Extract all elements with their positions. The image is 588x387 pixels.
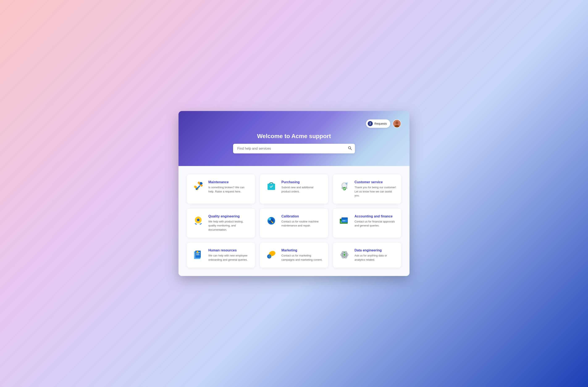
card-quality-engineering[interactable]: Quality engineering We help with product… [187,209,255,238]
accounting-finance-content: Accounting and finance Contact us for fi… [355,214,396,228]
maintenance-title: Maintenance [208,180,250,184]
search-input[interactable] [233,144,355,153]
marketing-title: Marketing [281,248,323,252]
maintenance-desc: Is something broken? We can help. Raise … [208,185,250,194]
requests-badge: 2 [368,121,373,126]
card-human-resources[interactable]: Human resources We can help with new emp… [187,243,255,267]
svg-point-1 [396,121,398,124]
svg-point-20 [197,219,200,221]
calibration-desc: Contact us for routine machine maintenan… [281,220,323,228]
svg-rect-37 [342,220,345,221]
svg-point-27 [268,220,269,220]
avatar[interactable] [393,120,401,128]
human-resources-content: Human resources We can help with new emp… [208,248,250,262]
page-title: Welcome to Acme support [257,133,331,140]
cards-grid: Maintenance Is something broken? We can … [187,174,401,267]
data-engineering-content: Data engineering Ask us for anything dat… [355,248,396,262]
calibration-content: Calibration Contact us for routine machi… [281,214,323,228]
svg-point-59 [343,254,345,256]
marketing-content: Marketing Contact us for marketing campa… [281,248,323,262]
quality-engineering-icon [192,214,205,227]
card-data-engineering[interactable]: Data engineering Ask us for anything dat… [333,243,401,267]
card-purchasing[interactable]: Purchasing Submit new and additional pro… [260,174,328,204]
data-engineering-desc: Ask us for anything data or analytics re… [355,254,396,262]
purchasing-desc: Submit new and additional product orders… [281,185,323,194]
marketing-icon [265,248,278,261]
header: 2 Requests Welcome to Acme support [178,111,410,166]
card-accounting-finance[interactable]: Accounting and finance Contact us for fi… [333,209,401,238]
card-calibration[interactable]: Calibration Contact us for routine machi… [260,209,328,238]
accounting-finance-title: Accounting and finance [355,214,396,218]
maintenance-content: Maintenance Is something broken? We can … [208,180,250,194]
requests-button[interactable]: 2 Requests [366,120,390,128]
svg-rect-35 [341,217,348,219]
svg-rect-47 [196,255,200,255]
main-content: Maintenance Is something broken? We can … [178,166,410,276]
customer-service-content: Customer service Thank you for being our… [355,180,396,198]
svg-line-4 [351,149,352,150]
accounting-finance-icon [338,214,351,227]
svg-point-26 [269,219,270,220]
svg-point-8 [196,188,197,190]
card-customer-service[interactable]: Customer service Thank you for being our… [333,174,401,204]
maintenance-icon [192,180,205,193]
app-window: 2 Requests Welcome to Acme support [178,111,410,276]
data-engineering-title: Data engineering [355,248,396,252]
card-marketing[interactable]: Marketing Contact us for marketing campa… [260,243,328,267]
human-resources-icon [192,248,205,261]
customer-service-title: Customer service [355,180,396,184]
customer-service-icon [338,180,351,193]
calibration-title: Calibration [281,214,323,218]
quality-engineering-desc: We help with product testing, quality mo… [208,220,250,232]
data-engineering-icon [338,248,351,261]
card-maintenance[interactable]: Maintenance Is something broken? We can … [187,174,255,204]
requests-label: Requests [375,122,387,125]
svg-point-28 [270,218,271,219]
svg-point-29 [272,222,273,223]
purchasing-title: Purchasing [281,180,323,184]
human-resources-title: Human resources [208,248,250,252]
search-bar [233,144,355,153]
marketing-desc: Contact us for marketing campaigns and m… [281,254,323,262]
search-button[interactable] [348,146,352,151]
accounting-finance-desc: Contact us for financial approvals and g… [355,220,396,228]
human-resources-desc: We can help with new employee onboarding… [208,254,250,262]
svg-rect-46 [196,254,199,254]
svg-point-60 [344,252,345,253]
calibration-icon [265,214,278,227]
header-top: 2 Requests [187,120,401,128]
search-icon [348,146,352,150]
quality-engineering-title: Quality engineering [208,214,250,218]
purchasing-icon [265,180,278,193]
svg-point-16 [347,182,348,183]
purchasing-content: Purchasing Submit new and additional pro… [281,180,323,194]
customer-service-desc: Thank you for being our customer! Let us… [355,185,396,198]
quality-engineering-content: Quality engineering We help with product… [208,214,250,232]
